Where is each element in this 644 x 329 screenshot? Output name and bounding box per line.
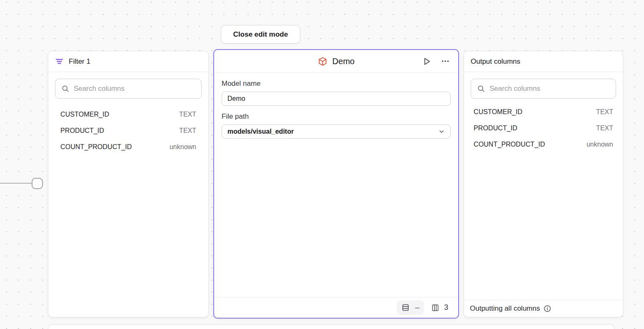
output-search-input[interactable]: [489, 85, 610, 93]
column-type: TEXT: [596, 108, 613, 116]
output-panel-header: Output columns: [464, 51, 623, 72]
output-search-box: [471, 79, 616, 99]
filter-node-panel[interactable]: Filter 1 CUSTOMER_ID TEXT PRODUCT_ID: [48, 51, 209, 317]
model-header-actions: [354, 56, 451, 67]
output-column-list: CUSTOMER_ID TEXT PRODUCT_ID TEXT COUNT_P…: [471, 104, 616, 152]
info-icon[interactable]: [543, 304, 552, 313]
chevron-down-icon: [438, 128, 445, 135]
column-type: unknown: [587, 141, 613, 148]
table-columns-icon: [431, 304, 439, 312]
filter-panel-title: Filter 1: [69, 57, 90, 66]
model-title-wrap: Demo: [318, 57, 354, 66]
more-options-button[interactable]: [440, 56, 451, 67]
file-path-value: models/visual_editor: [227, 128, 294, 135]
model-panel-body: Model name File path models/visual_edito…: [214, 73, 458, 145]
connector-handle[interactable]: [32, 178, 43, 189]
connector-edge: [0, 183, 32, 184]
output-panel-body: CUSTOMER_ID TEXT PRODUCT_ID TEXT COUNT_P…: [464, 72, 623, 159]
column-type: unknown: [170, 143, 196, 151]
play-icon: [422, 57, 432, 66]
run-model-button[interactable]: [421, 56, 432, 67]
model-panel-title: Demo: [332, 57, 354, 66]
filter-search-input[interactable]: [74, 85, 195, 93]
search-icon: [61, 85, 70, 93]
model-node-panel[interactable]: Demo: [213, 49, 459, 319]
column-row[interactable]: COUNT_PRODUCT_ID unknown: [55, 139, 202, 155]
column-name: COUNT_PRODUCT_ID: [474, 141, 545, 148]
column-count-value: 3: [444, 303, 448, 312]
model-name-label: Model name: [222, 80, 451, 88]
model-panel-footer: – 3: [214, 297, 458, 318]
column-name: COUNT_PRODUCT_ID: [60, 143, 132, 151]
output-panel-title: Output columns: [471, 57, 520, 66]
output-footer-text: Outputting all columns: [470, 304, 540, 313]
filter-lines-icon: [55, 57, 64, 66]
canvas-background: Close edit mode Filter 1: [0, 0, 644, 329]
column-row[interactable]: PRODUCT_ID TEXT: [471, 120, 616, 136]
column-name: PRODUCT_ID: [60, 127, 104, 135]
table-rows-icon: [401, 303, 410, 312]
filter-panel-body: CUSTOMER_ID TEXT PRODUCT_ID TEXT COUNT_P…: [48, 72, 208, 162]
row-count-pill[interactable]: –: [397, 300, 424, 315]
filter-panel-header: Filter 1: [48, 51, 208, 72]
column-row[interactable]: CUSTOMER_ID TEXT: [55, 106, 202, 122]
column-count-group[interactable]: 3: [431, 303, 448, 312]
filter-column-list: CUSTOMER_ID TEXT PRODUCT_ID TEXT COUNT_P…: [55, 106, 202, 155]
model-name-input[interactable]: [222, 92, 451, 106]
search-icon: [477, 85, 485, 93]
column-row[interactable]: CUSTOMER_ID TEXT: [471, 104, 616, 120]
lineage-panel-edge: [48, 324, 614, 329]
ellipsis-icon: [441, 57, 450, 66]
row-count-value: –: [415, 303, 419, 312]
model-panel-header: Demo: [214, 50, 458, 73]
file-path-label: File path: [222, 112, 451, 121]
output-panel-footer: Outputting all columns: [464, 300, 623, 317]
column-type: TEXT: [179, 111, 196, 118]
column-row[interactable]: PRODUCT_ID TEXT: [55, 122, 202, 139]
filter-search-box: [55, 79, 202, 99]
column-name: CUSTOMER_ID: [60, 111, 109, 118]
close-edit-mode-button[interactable]: Close edit mode: [221, 25, 300, 44]
column-type: TEXT: [596, 125, 613, 132]
column-name: PRODUCT_ID: [474, 125, 517, 132]
output-columns-panel: Output columns CUSTOMER_ID TEXT PRODU: [464, 51, 623, 317]
column-row[interactable]: COUNT_PRODUCT_ID unknown: [471, 136, 616, 152]
column-type: TEXT: [179, 127, 196, 135]
file-path-select[interactable]: models/visual_editor: [222, 125, 451, 139]
column-name: CUSTOMER_ID: [474, 108, 522, 116]
model-cube-icon: [318, 57, 327, 66]
